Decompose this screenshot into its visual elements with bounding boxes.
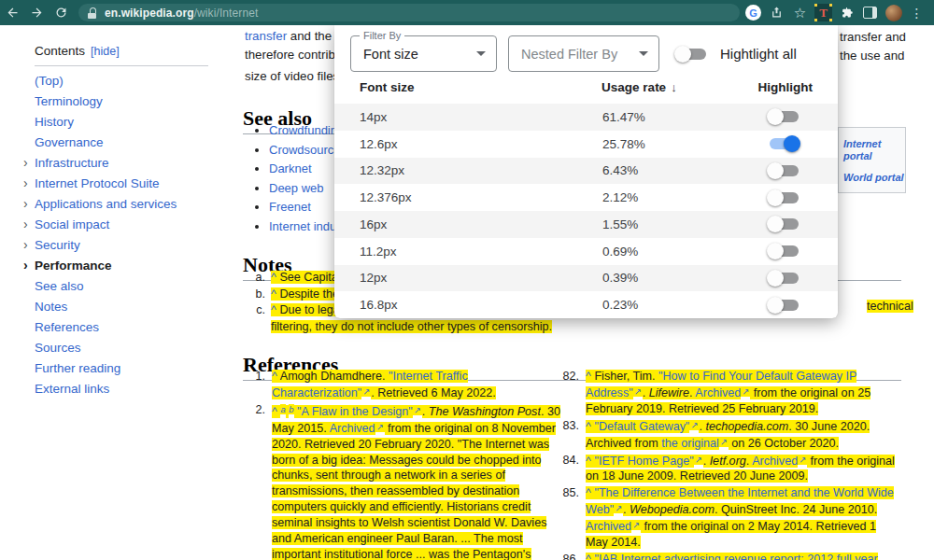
sidebar-item[interactable]: ›Applications and services [23,193,219,214]
external-link-icon[interactable]: ↗ [798,455,807,465]
row-highlight-cell [759,296,813,315]
sidebar-item-label[interactable]: Applications and services [35,197,177,211]
highlighted-link[interactable]: Archived [752,455,798,468]
browser-menu-icon[interactable]: ⋮ [905,0,928,25]
see-also-link[interactable]: Darknet [269,161,312,175]
row-highlight-toggle[interactable] [767,107,800,126]
nested-filter-select[interactable]: Nested Filter By [508,35,659,72]
sidebar-item[interactable]: Terminology [23,91,219,111]
external-link-icon[interactable]: ↗ [719,437,729,447]
sidebar-item-label[interactable]: Further reading [35,361,120,375]
filter-by-select[interactable]: Filter By Font size [350,35,497,72]
external-link-icon[interactable]: ↗ [614,503,623,513]
sidebar-item[interactable]: ›Infrastructure [23,152,219,173]
reference-text: ^ "IAB Internet advertising revenue repo… [586,552,900,560]
chevron-right-icon[interactable]: › [23,217,35,231]
reload-icon[interactable] [49,0,73,25]
row-highlight-toggle[interactable] [767,242,800,260]
profile-avatar[interactable] [882,0,905,25]
extensions-puzzle-icon[interactable] [835,0,858,25]
external-link-icon[interactable]: ↗ [689,420,699,430]
row-highlight-toggle[interactable] [767,161,800,180]
highlighted-link[interactable]: "IETF Home Page" [594,455,693,468]
share-icon[interactable] [765,0,788,25]
highlighted-link[interactable]: Archived [330,422,375,435]
external-link-icon[interactable]: ↗ [413,405,422,415]
sidebar-item-label[interactable]: External links [35,382,109,396]
sidebar-item-label[interactable]: Governance [35,135,104,149]
sidebar-item[interactable]: ›Internet Protocol Suite [23,173,219,193]
row-highlight-toggle[interactable] [767,189,800,207]
sidebar-item-label[interactable]: References [35,320,99,334]
sidebar-item-label[interactable]: Terminology [35,94,103,108]
sidebar-item-label[interactable]: Infrastructure [35,156,109,170]
google-account-icon[interactable]: G [742,0,765,25]
sidebar-item-label[interactable]: Notes [35,300,67,314]
external-link-icon[interactable]: ↗ [631,520,641,530]
sidebar-item[interactable]: ›Performance [23,255,219,275]
see-also-link[interactable]: Crowdfunding [269,123,344,137]
references-column-right: 82.^ Fisher, Tim. "How to Find Your Defa… [553,369,900,560]
sidebar-item[interactable]: ›Social impact [23,214,219,234]
highlighted-link[interactable]: Archived [695,386,741,399]
external-link-icon[interactable]: ↗ [694,455,703,465]
external-link-icon[interactable]: ↗ [375,422,385,432]
address-bar[interactable]: en.wikipedia.org/wiki/Internet [78,4,740,21]
row-highlight-toggle[interactable] [767,296,800,315]
sidebar-item[interactable]: References [23,316,219,337]
highlighted-link[interactable]: the original [661,437,719,450]
external-link-icon[interactable]: ↗ [361,386,371,397]
highlighted-link[interactable]: "IAB Internet advertising revenue report… [586,553,878,560]
highlight-all-control: Hightlight all [674,45,797,63]
portal-link[interactable]: World portal [843,172,905,184]
reference-item: 2.^ a b "A Flaw in the Design"↗. The Was… [245,402,560,560]
see-also-link[interactable]: Freenet [269,200,311,214]
external-link-icon[interactable]: ↗ [633,386,643,397]
sidebar-item-label[interactable]: Security [35,238,80,252]
highlighted-link[interactable]: "A Flaw in the Design" [297,405,413,418]
bookmark-star-icon[interactable]: ☆ [788,0,812,25]
chevron-right-icon[interactable]: › [23,238,35,251]
sidebar-item[interactable]: History [23,111,219,132]
sidebar-item-label[interactable]: Social impact [35,217,109,231]
row-highlight-toggle[interactable] [767,215,800,233]
see-also-link[interactable]: Deep web [269,181,324,195]
column-usage-rate[interactable]: Usage rate↓ [601,80,757,94]
sidebar-item[interactable]: Governance [23,132,219,152]
portal-link[interactable]: Internet portal [843,138,905,162]
inline-link[interactable]: transfer [245,29,287,43]
sidebar-item-label[interactable]: (Top) [35,74,64,88]
external-link-icon[interactable]: ↗ [741,386,750,397]
sidebar-item-label[interactable]: Internet Protocol Suite [35,176,160,190]
sidebar-item[interactable]: Further reading [23,357,219,378]
sidebar-item-label[interactable]: Performance [35,259,112,273]
reference-number: 83. [553,418,579,452]
highlight-all-toggle[interactable] [674,45,708,63]
font-extension-icon[interactable]: T [812,0,835,25]
sidebar-item[interactable]: ›Security [23,234,219,255]
highlighted-link[interactable]: "Default Gateway" [594,420,689,433]
side-panel-icon[interactable] [858,0,882,25]
chevron-right-icon[interactable]: › [23,259,35,272]
sidebar-item[interactable]: See also [23,275,219,296]
sidebar-item-label[interactable]: See also [35,279,84,293]
sidebar-item[interactable]: Sources [23,337,219,357]
highlighted-link[interactable]: Archived [586,520,631,533]
back-icon[interactable] [0,0,24,25]
chevron-right-icon[interactable]: › [23,156,35,169]
chevron-right-icon[interactable]: › [23,176,35,189]
note-number: c. [245,302,265,335]
row-highlight-toggle[interactable] [767,269,800,287]
hide-contents-link[interactable]: [hide] [91,45,120,58]
sidebar-item-label[interactable]: History [35,115,74,129]
forward-icon[interactable] [24,0,49,25]
sidebar-item[interactable]: Notes [23,296,219,316]
citation-backlink[interactable]: a [280,404,285,414]
citation-backlink[interactable]: b [289,404,293,414]
row-highlight-toggle[interactable] [767,134,800,153]
highlighted-text: . [643,386,649,399]
sidebar-item-label[interactable]: Sources [35,341,81,355]
sidebar-item[interactable]: (Top) [23,70,219,91]
sidebar-item[interactable]: External links [23,378,219,399]
chevron-right-icon[interactable]: › [23,197,35,210]
